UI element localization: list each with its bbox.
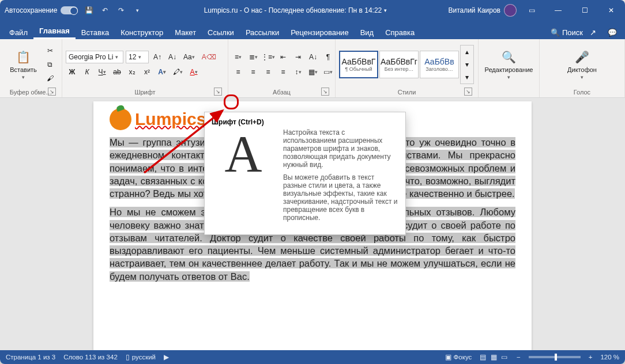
title-bar: Автосохранение 💾 ↶ ↷ ▾ Lumpics.ru - О на… bbox=[0, 0, 625, 21]
borders-button[interactable]: ▭▾ bbox=[322, 66, 334, 78]
highlight-button[interactable]: 🖍▾ bbox=[171, 66, 185, 78]
tab-mailings[interactable]: Рассылки bbox=[240, 25, 285, 39]
close-button[interactable]: ✕ bbox=[600, 0, 623, 21]
ribbon-options-icon[interactable]: ▭ bbox=[520, 0, 543, 21]
share-icon[interactable]: ↗ bbox=[585, 28, 601, 37]
find-icon: 🔍 bbox=[501, 49, 517, 65]
status-words[interactable]: Слово 113 из 342 bbox=[63, 354, 118, 361]
style-nospacing[interactable]: АаБбВвГгБез интер… bbox=[379, 51, 419, 78]
grow-font-button[interactable]: A↑ bbox=[151, 51, 164, 63]
font-color-button[interactable]: A▾ bbox=[187, 66, 200, 78]
dictate-button[interactable]: 🎤 Диктофон ▾ bbox=[563, 47, 601, 82]
save-icon[interactable]: 💾 bbox=[84, 5, 94, 16]
redo-icon[interactable]: ↷ bbox=[116, 5, 126, 16]
ribbon-group-font: Georgia Pro Li▾ 12▾ A↑ A↓ Aa▾ A⌫ Ж К Ч▾ … bbox=[62, 39, 228, 97]
tab-view[interactable]: Вид bbox=[355, 25, 380, 39]
tab-help[interactable]: Справка bbox=[379, 25, 420, 39]
font-dialog-launcher[interactable]: ↘ bbox=[214, 88, 222, 96]
numbering-button[interactable]: ≣▾ bbox=[247, 51, 259, 63]
font-name-combo[interactable]: Georgia Pro Li▾ bbox=[66, 51, 123, 63]
autosave-toggle[interactable]: Автосохранение bbox=[5, 6, 78, 14]
paste-button[interactable]: 📋 Вставить ▾ bbox=[5, 47, 42, 82]
tooltip-text-2: Вы можете добавить в текст разные стили … bbox=[283, 173, 398, 222]
minimize-button[interactable]: — bbox=[547, 0, 570, 21]
avatar[interactable] bbox=[504, 4, 517, 17]
italic-button[interactable]: К bbox=[81, 66, 93, 78]
styles-up-icon[interactable]: ▴ bbox=[461, 46, 473, 58]
ribbon-tabs: Файл Главная Вставка Конструктор Макет С… bbox=[0, 21, 625, 39]
comments-icon[interactable]: 💬 bbox=[603, 28, 622, 37]
zoom-out-button[interactable]: − bbox=[517, 354, 521, 361]
cut-icon[interactable]: ✂ bbox=[44, 44, 57, 57]
view-buttons[interactable]: ▤ ▦ ▭ bbox=[480, 353, 509, 361]
tooltip-preview-icon: A bbox=[212, 128, 275, 226]
font-size-combo[interactable]: 12▾ bbox=[126, 51, 149, 63]
chevron-down-icon: ▾ bbox=[507, 74, 510, 80]
autosave-label: Автосохранение bbox=[5, 6, 57, 14]
editing-button[interactable]: 🔍 Редактирование ▾ bbox=[480, 47, 538, 82]
tab-layout[interactable]: Макет bbox=[169, 25, 202, 39]
font-dialog-tooltip: Шрифт (Ctrl+D) A Настройка текста с испо… bbox=[204, 112, 406, 235]
styles-down-icon[interactable]: ▾ bbox=[461, 58, 473, 71]
clipboard-launcher[interactable]: ↘ bbox=[48, 88, 56, 96]
superscript-button[interactable]: x² bbox=[141, 66, 153, 78]
ribbon-group-paragraph: ≡▾ ≣▾ ⋮≡▾ ⇤ ⇥ A↓ ¶ ≡ ≡ ≡ ≡ ↕▾ ▦▾ ▭▾ bbox=[228, 39, 336, 97]
copy-icon[interactable]: ⧉ bbox=[44, 58, 57, 71]
format-painter-icon[interactable]: 🖌 bbox=[44, 72, 57, 85]
clipboard-icon: 📋 bbox=[15, 49, 31, 65]
orange-logo-icon bbox=[110, 108, 131, 130]
zoom-level[interactable]: 120 % bbox=[600, 354, 619, 361]
tab-review[interactable]: Рецензирование bbox=[285, 25, 354, 39]
focus-mode[interactable]: ▣ Фокус bbox=[445, 353, 472, 361]
style-heading1[interactable]: АаБбВвЗаголово… bbox=[420, 51, 459, 78]
underline-button[interactable]: Ч▾ bbox=[96, 66, 108, 78]
align-left-button[interactable]: ≡ bbox=[232, 66, 244, 78]
ribbon-group-editing: 🔍 Редактирование ▾ bbox=[479, 39, 540, 97]
tab-file[interactable]: Файл bbox=[3, 25, 33, 39]
subscript-button[interactable]: x₂ bbox=[126, 66, 138, 78]
styles-more-icon[interactable]: ▾ bbox=[461, 71, 473, 84]
status-page[interactable]: Страница 1 из 3 bbox=[6, 354, 55, 361]
search-button[interactable]: 🔍 Поиск bbox=[551, 28, 583, 37]
line-spacing-button[interactable]: ↕▾ bbox=[292, 66, 304, 78]
sort-button[interactable]: A↓ bbox=[307, 51, 319, 63]
qat-dropdown-icon[interactable]: ▾ bbox=[132, 5, 142, 16]
undo-icon[interactable]: ↶ bbox=[100, 5, 110, 16]
search-icon: 🔍 bbox=[551, 28, 560, 37]
mic-icon: 🎤 bbox=[574, 49, 590, 65]
tab-insert[interactable]: Вставка bbox=[76, 25, 115, 39]
multilevel-list-button[interactable]: ⋮≡▾ bbox=[262, 51, 274, 63]
ribbon-group-clipboard: 📋 Вставить ▾ ✂ ⧉ 🖌 Буфер обме…↘ bbox=[0, 39, 62, 97]
word-window: Автосохранение 💾 ↶ ↷ ▾ Lumpics.ru - О на… bbox=[0, 0, 625, 364]
decrease-indent-button[interactable]: ⇤ bbox=[277, 51, 289, 63]
bullets-button[interactable]: ≡▾ bbox=[232, 51, 244, 63]
strike-button[interactable]: ab bbox=[111, 66, 123, 78]
zoom-slider[interactable] bbox=[529, 356, 581, 358]
clear-format-button[interactable]: A⌫ bbox=[199, 51, 219, 63]
status-lang[interactable]: ▯ русский bbox=[126, 353, 156, 361]
zoom-in-button[interactable]: + bbox=[589, 354, 593, 361]
bold-button[interactable]: Ж bbox=[66, 66, 78, 78]
change-case-button[interactable]: Aa▾ bbox=[181, 51, 197, 63]
tab-design[interactable]: Конструктор bbox=[115, 25, 169, 39]
ribbon-group-styles: АаБбВвГ¶ Обычный АаБбВвГгБез интер… АаБб… bbox=[336, 39, 479, 97]
paragraph-launcher[interactable]: ↘ bbox=[321, 88, 329, 96]
style-normal[interactable]: АаБбВвГ¶ Обычный bbox=[339, 51, 378, 78]
shading-button[interactable]: ▦▾ bbox=[307, 66, 319, 78]
justify-button[interactable]: ≡ bbox=[277, 66, 289, 78]
user-name[interactable]: Виталий Каиров bbox=[448, 6, 500, 14]
maximize-button[interactable]: ☐ bbox=[573, 0, 596, 21]
macro-icon[interactable]: ▶ bbox=[164, 353, 169, 361]
toggle-switch-icon bbox=[61, 6, 78, 14]
align-center-button[interactable]: ≡ bbox=[247, 66, 259, 78]
align-right-button[interactable]: ≡ bbox=[262, 66, 274, 78]
increase-indent-button[interactable]: ⇥ bbox=[292, 51, 304, 63]
ribbon-group-voice: 🎤 Диктофон ▾ Голос bbox=[540, 39, 625, 97]
shrink-font-button[interactable]: A↓ bbox=[166, 51, 179, 63]
tab-references[interactable]: Ссылки bbox=[202, 25, 240, 39]
tab-home[interactable]: Главная bbox=[33, 23, 76, 39]
show-marks-button[interactable]: ¶ bbox=[322, 51, 334, 63]
styles-launcher[interactable]: ↘ bbox=[464, 88, 472, 96]
text-effects-button[interactable]: A▾ bbox=[156, 66, 168, 78]
ribbon: 📋 Вставить ▾ ✂ ⧉ 🖌 Буфер обме…↘ Georgia … bbox=[0, 39, 625, 98]
